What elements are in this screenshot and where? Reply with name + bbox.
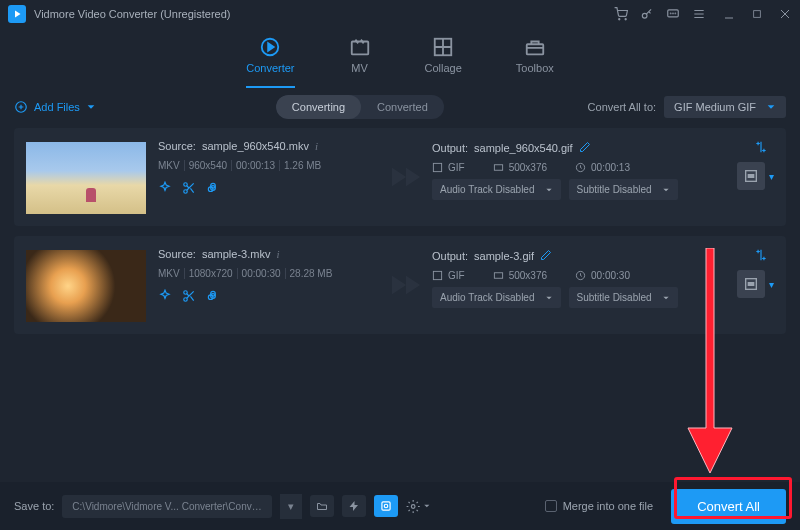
- minimize-button[interactable]: [722, 7, 736, 21]
- tab-collage[interactable]: Collage: [425, 36, 462, 86]
- file-list: Source: sample_960x540.mkv i MKV960x5400…: [0, 128, 800, 334]
- collage-icon: [432, 36, 454, 58]
- feedback-icon[interactable]: [666, 7, 680, 21]
- converter-icon: [259, 36, 281, 58]
- merge-checkbox[interactable]: Merge into one file: [545, 500, 654, 512]
- svg-rect-7: [754, 11, 761, 18]
- audio-track-select[interactable]: Audio Track Disabled: [432, 287, 561, 308]
- item-format-chevron[interactable]: ▾: [769, 171, 774, 182]
- menu-icon[interactable]: [692, 7, 706, 21]
- source-meta: MKV960x54000:00:131.26 MB: [158, 160, 388, 171]
- compress-icon[interactable]: [754, 248, 768, 264]
- source-filename: sample_960x540.mkv: [202, 140, 309, 152]
- main-tabs: Converter MV Collage Toolbox: [0, 28, 800, 86]
- output-format: GIF: [432, 270, 465, 281]
- svg-point-35: [412, 504, 416, 508]
- toolbar: Add Files Converting Converted Convert A…: [0, 86, 800, 128]
- tab-mv[interactable]: MV: [349, 36, 371, 86]
- format-select[interactable]: GIF Medium GIF: [664, 96, 786, 118]
- item-format-button[interactable]: [737, 270, 765, 298]
- enhance-icon[interactable]: [158, 181, 172, 195]
- arrow-icon: [388, 246, 424, 324]
- chevron-down-icon: [545, 186, 553, 194]
- list-item: Source: sample-3.mkv i MKV1080x72000:00:…: [14, 236, 786, 334]
- save-to-label: Save to:: [14, 500, 54, 512]
- subtab-converted[interactable]: Converted: [361, 95, 444, 119]
- info-icon[interactable]: i: [276, 248, 279, 260]
- chevron-down-icon: [86, 102, 96, 112]
- merge-label: Merge into one file: [563, 500, 654, 512]
- output-duration: 00:00:30: [575, 270, 630, 281]
- save-path-input[interactable]: C:\Vidmore\Vidmore V... Converter\Conver…: [62, 495, 272, 518]
- source-label: Source:: [158, 140, 196, 152]
- source-meta: MKV1080x72000:00:3028.28 MB: [158, 268, 388, 279]
- subtab-converting[interactable]: Converting: [276, 95, 361, 119]
- output-resolution: 500x376: [493, 162, 547, 173]
- boost-button[interactable]: [342, 495, 366, 517]
- settings-button[interactable]: [406, 495, 430, 517]
- effects-icon[interactable]: [206, 289, 220, 303]
- svg-point-0: [619, 19, 620, 20]
- svg-point-1: [625, 19, 626, 20]
- info-icon[interactable]: i: [315, 140, 318, 152]
- output-label: Output:: [432, 142, 468, 154]
- titlebar: Vidmore Video Converter (Unregistered): [0, 0, 800, 28]
- subtitle-select[interactable]: Subtitle Disabled: [569, 287, 678, 308]
- checkbox-icon: [545, 500, 557, 512]
- cut-icon[interactable]: [182, 289, 196, 303]
- footer: Save to: C:\Vidmore\Vidmore V... Convert…: [0, 482, 800, 530]
- maximize-button[interactable]: [750, 7, 764, 21]
- sub-tabs: Converting Converted: [276, 95, 444, 119]
- convert-all-to-label: Convert All to:: [588, 101, 656, 113]
- subtitle-select[interactable]: Subtitle Disabled: [569, 179, 678, 200]
- chevron-down-icon: [545, 294, 553, 302]
- svg-rect-18: [433, 163, 441, 171]
- edit-name-icon[interactable]: [540, 249, 552, 263]
- svg-rect-32: [748, 283, 753, 286]
- app-logo: [8, 5, 26, 23]
- close-button[interactable]: [778, 7, 792, 21]
- cart-icon[interactable]: [614, 7, 628, 21]
- item-format-button[interactable]: [737, 162, 765, 190]
- svg-point-5: [673, 13, 674, 14]
- output-format: GIF: [432, 162, 465, 173]
- source-filename: sample-3.mkv: [202, 248, 270, 260]
- output-duration: 00:00:13: [575, 162, 630, 173]
- effects-icon[interactable]: [206, 181, 220, 195]
- svg-rect-11: [527, 44, 544, 54]
- svg-rect-22: [748, 175, 753, 178]
- arrow-icon: [388, 138, 424, 216]
- chevron-down-icon: [766, 102, 776, 112]
- item-format-chevron[interactable]: ▾: [769, 279, 774, 290]
- thumbnail[interactable]: [26, 142, 146, 214]
- output-label: Output:: [432, 250, 468, 262]
- compress-icon[interactable]: [754, 140, 768, 156]
- svg-point-6: [675, 13, 676, 14]
- hw-accel-button[interactable]: [374, 495, 398, 517]
- key-icon[interactable]: [640, 7, 654, 21]
- output-resolution: 500x376: [493, 270, 547, 281]
- tab-mv-label: MV: [351, 62, 368, 74]
- svg-rect-29: [494, 273, 502, 279]
- add-files-label: Add Files: [34, 101, 80, 113]
- svg-point-34: [385, 504, 389, 508]
- svg-rect-33: [382, 502, 390, 510]
- cut-icon[interactable]: [182, 181, 196, 195]
- thumbnail[interactable]: [26, 250, 146, 322]
- list-item: Source: sample_960x540.mkv i MKV960x5400…: [14, 128, 786, 226]
- format-select-value: GIF Medium GIF: [674, 101, 756, 113]
- audio-track-select[interactable]: Audio Track Disabled: [432, 179, 561, 200]
- tab-converter[interactable]: Converter: [246, 36, 294, 88]
- add-files-button[interactable]: Add Files: [14, 100, 96, 114]
- open-folder-button[interactable]: [310, 495, 334, 517]
- source-label: Source:: [158, 248, 196, 260]
- mv-icon: [349, 36, 371, 58]
- enhance-icon[interactable]: [158, 289, 172, 303]
- chevron-down-icon: [662, 186, 670, 194]
- tab-toolbox[interactable]: Toolbox: [516, 36, 554, 86]
- convert-all-button[interactable]: Convert All: [671, 489, 786, 524]
- save-path-chevron[interactable]: ▾: [280, 494, 302, 519]
- app-title: Vidmore Video Converter (Unregistered): [34, 8, 230, 20]
- toolbox-icon: [524, 36, 546, 58]
- edit-name-icon[interactable]: [579, 141, 591, 155]
